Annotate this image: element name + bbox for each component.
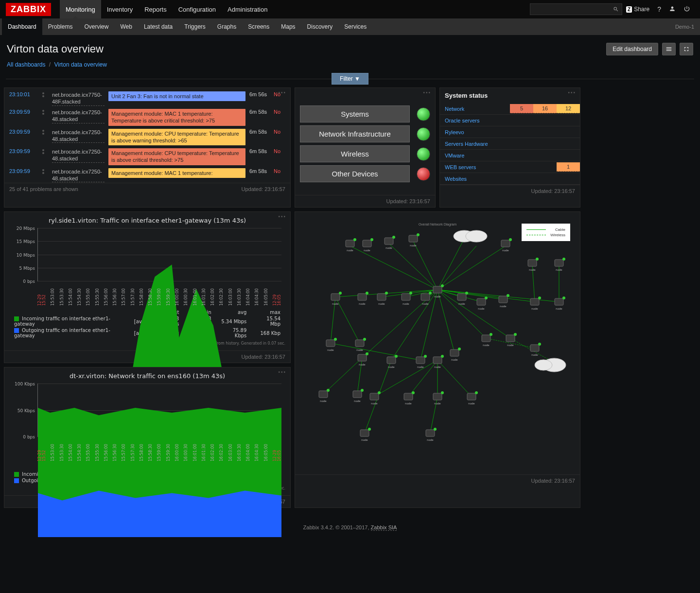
subnav-overview[interactable]: Overview [78,18,114,35]
problem-row[interactable]: 23:09:59 net.brocade.icx7250-48.stacked … [4,147,290,167]
status-tile[interactable]: Systems [300,105,430,122]
subnav-services[interactable]: Services [338,18,372,35]
svg-rect-56 [528,260,537,266]
svg-rect-50 [409,235,418,242]
sysstatus-row: Servers Hardware [440,138,580,150]
topnav-reports[interactable]: Reports [139,0,173,18]
widget-menu-icon[interactable]: ••• [278,90,286,95]
subnav-latest-data[interactable]: Latest data [138,18,178,35]
svg-rect-92 [326,340,335,347]
svg-point-141 [368,428,371,431]
svg-point-114 [490,333,492,336]
svg-rect-137 [467,393,476,400]
svg-text:node: node [332,302,339,305]
breadcrumb-root[interactable]: All dashboards [7,61,45,68]
svg-point-147 [441,284,444,287]
subnav-problems[interactable]: Problems [42,18,79,35]
widget-menu-icon[interactable]: ••• [278,214,286,219]
svg-text:node: node [451,358,458,361]
search-input[interactable] [530,3,622,15]
svg-rect-83 [499,296,508,303]
svg-point-117 [514,333,517,336]
widget-menu-icon[interactable]: ••• [423,90,431,95]
svg-point-66 [366,292,368,295]
sysstatus-row: Ryleevo [440,126,580,138]
footer-link[interactable]: Zabbix SIA [371,524,397,531]
svg-text:node: node [364,249,370,252]
widget-menu-icon[interactable]: ••• [568,90,576,95]
svg-rect-122 [319,391,328,398]
svg-rect-74 [421,294,430,300]
network-map-widget: ••• Cable Wireless Overall Network Diagr… [295,211,580,508]
status-tile[interactable]: Network Infrastructure [300,125,430,142]
svg-rect-44 [363,240,371,247]
topnav-administration[interactable]: Administration [222,0,273,18]
svg-line-24 [374,360,438,397]
svg-text:node: node [388,366,395,368]
svg-text:node: node [458,302,465,305]
svg-text:node: node [371,402,378,405]
svg-rect-89 [555,298,563,305]
search-icon [613,6,619,12]
svg-point-126 [361,389,364,392]
breadcrumb-current[interactable]: Virton data overview [54,61,107,68]
svg-point-69 [385,292,388,295]
svg-point-75 [429,292,432,295]
subnav-web[interactable]: Web [114,18,138,35]
edit-dashboard-button[interactable]: Edit dashboard [606,43,658,55]
subnav-maps[interactable]: Maps [275,18,301,35]
status-tile[interactable]: Wireless [300,145,430,162]
problem-row[interactable]: 23:10:01 net.brocade.icx7750-48F.stacked… [4,90,290,107]
map-legend: Cable Wireless [522,224,570,241]
svg-text:node: node [410,244,417,247]
share-button[interactable]: ZShare [626,6,649,13]
subnav-dashboard[interactable]: Dashboard [2,18,42,35]
svg-point-96 [363,338,366,341]
svg-rect-113 [482,335,490,342]
subnav-screens[interactable]: Screens [242,18,275,35]
svg-point-120 [538,343,541,346]
user-icon[interactable] [669,5,676,14]
subnav-discovery[interactable]: Discovery [301,18,339,35]
status-tiles-widget: ••• SystemsNetwork InfrastructureWireles… [295,87,436,208]
chart-canvas[interactable]: 100 Kbps50 Kbps0 bps [37,384,281,437]
svg-text:node: node [434,366,441,368]
svg-point-38 [466,230,487,242]
topnav-monitoring[interactable]: Monitoring [60,0,101,18]
svg-text:node: node [434,295,441,298]
svg-line-27 [438,360,472,397]
svg-rect-134 [433,393,442,400]
filter-button[interactable]: Filter ▼ [332,73,368,85]
svg-rect-62 [331,294,340,300]
svg-text:node: node [405,402,412,405]
svg-rect-107 [450,349,459,356]
chart-canvas[interactable]: 20 Mbps15 Mbps10 Mbps5 Mbps0 bps [37,228,281,281]
svg-point-99 [366,352,368,355]
widget-menu-icon[interactable]: ••• [278,369,286,375]
topnav-inventory[interactable]: Inventory [101,0,139,18]
logo[interactable]: ZABBIX [6,3,51,16]
svg-text:node: node [417,366,424,368]
status-led-icon [417,167,430,181]
svg-text:node: node [500,305,507,308]
subnav-graphs[interactable]: Graphs [211,18,242,35]
sysstatus-row: Websites [440,173,580,185]
help-icon[interactable]: ? [657,5,661,13]
svg-text:node: node [354,400,361,402]
status-tile[interactable]: Other Devices [300,165,430,182]
svg-point-48 [392,236,395,239]
power-icon[interactable] [683,5,690,14]
status-led-icon [417,127,430,141]
problem-row[interactable]: 23:09:59 net.brocade.icx7250-48.stacked … [4,167,290,183]
network-map[interactable]: Cable Wireless Overall Network Diagram [295,212,580,474]
system-status-widget: ••• System status Network51612Oracle ser… [439,87,580,208]
problem-row[interactable]: 23:09:59 net.brocade.icx7250-48.stacked … [4,107,290,127]
svg-point-93 [334,338,337,341]
topnav-configuration[interactable]: Configuration [173,0,222,18]
fullscreen-button[interactable] [680,43,693,55]
menu-button[interactable] [662,43,676,55]
svg-text:node: node [531,307,538,310]
subnav-triggers[interactable]: Triggers [178,18,211,35]
svg-line-15 [438,290,559,302]
problem-row[interactable]: 23:09:59 net.brocade.icx7250-48.stacked … [4,127,290,147]
